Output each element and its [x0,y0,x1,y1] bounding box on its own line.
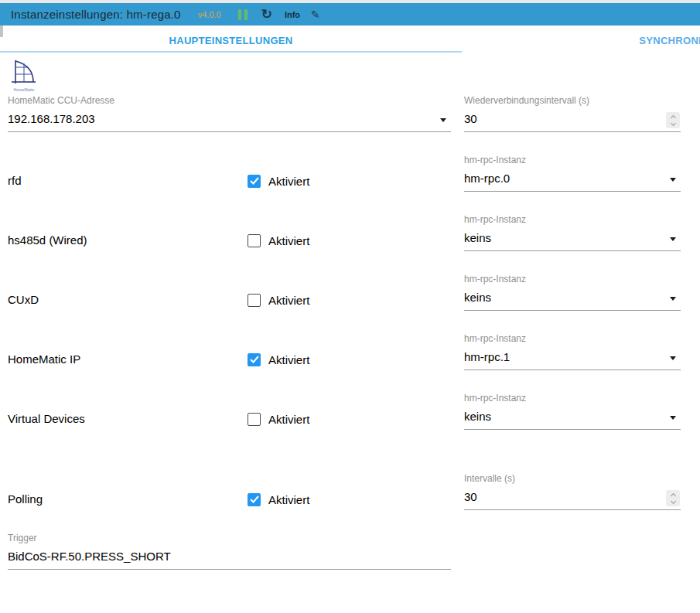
page-title: Instanzeinstellungen: hm-rega.0 [11,8,181,21]
field-underline [8,131,451,132]
homematic-ip-instance-select[interactable]: hm-rpc-Instanz hm-rpc.1 [464,333,681,370]
virtual-devices-enabled-toggle[interactable]: Aktiviert [248,411,309,427]
polling-interval-label: Intervalle (s) [464,473,681,484]
hs485d-enabled-toggle[interactable]: Aktiviert [248,233,309,248]
chevron-down-icon[interactable] [670,416,676,420]
instance-select-value[interactable]: hm-rpc.0 [464,172,681,186]
instance-select-label: hm-rpc-Instanz [464,274,681,284]
polling-checkbox[interactable] [248,493,261,506]
homematic-ip-enabled-toggle[interactable]: Aktiviert [248,352,309,367]
instance-settings-dialog: Instanzeinstellungen: hm-rega.0 v4.0.0 ↻… [0,0,700,613]
rfd-enabled-toggle[interactable]: Aktiviert [248,173,309,189]
instance-select-label: hm-rpc-Instanz [464,214,681,225]
tab-haupteinstellungen[interactable]: HAUPTEINSTELLUNGEN [0,35,462,46]
cuxd-enabled-toggle[interactable]: Aktiviert [248,292,309,308]
cuxd-instance-select[interactable]: hm-rpc-Instanz keins [464,274,681,311]
row-name-hs485d: hs485d (Wired) [8,233,87,247]
checkbox-label: Aktiviert [268,175,309,188]
refresh-icon[interactable]: ↻ [261,9,272,20]
hs485d-checkbox[interactable] [248,234,261,247]
chevron-down-icon[interactable] [670,356,676,360]
field-underline [464,191,681,192]
checkbox-label: Aktiviert [268,493,309,506]
number-stepper[interactable] [666,112,680,128]
field-underline [464,131,681,132]
checkbox-label: Aktiviert [268,234,309,247]
chevron-down-icon[interactable] [670,297,676,301]
ccu-address-value[interactable]: 192.168.178.203 [8,112,451,126]
chevron-down-icon[interactable] [670,237,676,241]
trigger-label: Trigger [8,533,451,543]
instance-select-value[interactable]: keins [464,291,681,305]
field-underline [8,569,451,570]
reconnect-interval-field[interactable]: Wiederverbindungsintervall (s) 30 [464,95,681,132]
checkbox-label: Aktiviert [268,413,309,426]
chevron-down-icon[interactable] [670,178,676,182]
reconnect-interval-value[interactable]: 30 [464,112,681,126]
trigger-value[interactable]: BidCoS-RF.50.PRESS_SHORT [8,550,451,564]
virtual-devices-instance-select[interactable]: hm-rpc-Instanz keins [464,393,681,430]
tab-underline [0,51,462,53]
field-underline [464,310,681,311]
ccu-address-label: HomeMatic CCU-Adresse [8,95,451,106]
field-underline [464,370,681,370]
cuxd-checkbox[interactable] [248,294,261,307]
info-button[interactable]: Info [285,10,300,19]
instance-select-label: hm-rpc-Instanz [464,393,681,404]
row-name-homematic-ip: HomeMatic IP [8,352,80,366]
dialog-header: Instanzeinstellungen: hm-rega.0 v4.0.0 ↻… [0,3,700,26]
virtual-devices-checkbox[interactable] [248,413,261,426]
field-underline [464,429,681,430]
instance-select-label: hm-rpc-Instanz [464,155,681,165]
row-name-cuxd: CUxD [8,293,39,306]
edit-pencil-icon[interactable]: ✎ [311,9,320,21]
field-underline [464,250,681,251]
instance-select-value[interactable]: keins [464,231,681,245]
rfd-instance-select[interactable]: hm-rpc-Instanz hm-rpc.0 [464,155,681,192]
homematic-logo-caption: HomeMatic [9,88,39,92]
rfd-checkbox[interactable] [248,175,261,188]
row-name-virtual-devices: Virtual Devices [8,412,85,425]
number-stepper[interactable] [666,490,680,506]
tab-synchronisieren[interactable]: SYNCHRONI [639,35,700,46]
ccu-address-field[interactable]: HomeMatic CCU-Adresse 192.168.178.203 [8,95,451,132]
instance-select-value[interactable]: hm-rpc.1 [464,350,681,364]
hs485d-instance-select[interactable]: hm-rpc-Instanz keins [464,214,681,251]
field-underline [464,509,681,510]
checkbox-label: Aktiviert [268,353,309,366]
trigger-field[interactable]: Trigger BidCoS-RF.50.PRESS_SHORT [8,533,451,570]
row-name-polling: Polling [8,492,43,506]
chevron-down-icon[interactable] [440,118,446,122]
pause-button[interactable] [238,9,248,20]
version-badge: v4.0.0 [198,10,221,19]
homematic-logo-icon [10,60,38,85]
polling-enabled-toggle[interactable]: Aktiviert [248,492,309,507]
polling-interval-field[interactable]: Intervalle (s) 30 [464,473,681,510]
instance-select-label: hm-rpc-Instanz [464,333,681,344]
polling-interval-value[interactable]: 30 [464,490,681,504]
reconnect-interval-label: Wiederverbindungsintervall (s) [464,95,681,106]
homematic-logo: HomeMatic [9,60,39,92]
row-name-rfd: rfd [8,174,22,187]
instance-select-value[interactable]: keins [464,410,681,424]
homematic-ip-checkbox[interactable] [248,353,261,366]
checkbox-label: Aktiviert [268,294,309,307]
